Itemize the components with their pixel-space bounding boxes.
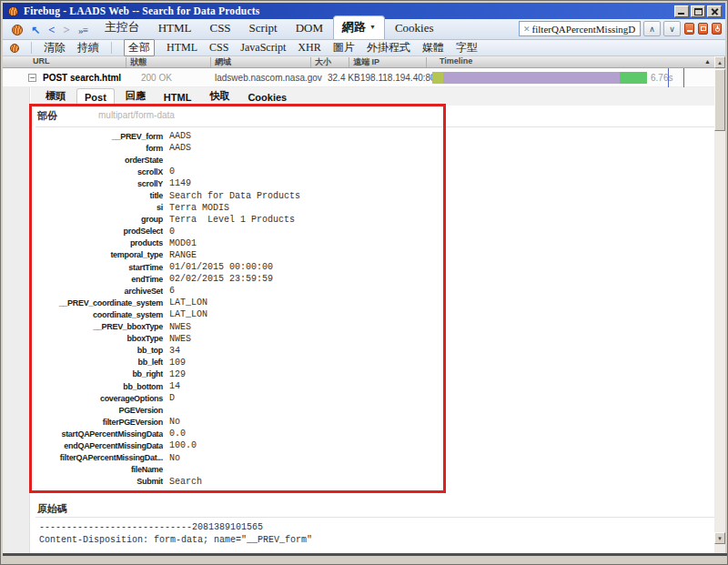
filter-all[interactable]: 全部 [124,39,155,56]
toolbar-separator [111,42,112,54]
detail-tab-headers[interactable]: 標頭 [38,87,73,106]
vertical-scrollbar[interactable]: ▲ ▼ [714,56,725,553]
tab-network[interactable]: 網路 ▼ [333,15,385,39]
request-detail-panel: 標頭 Post 回應 HTML 快取 Cookies 部份 multipart/… [3,87,716,553]
filter-html[interactable]: HTML [167,41,197,55]
firebug-window: Firebug - LAADS Web -- Search for Data P… [0,0,728,565]
sort-asc-icon[interactable]: ▲ [704,58,711,65]
toolbar-separator [31,42,32,54]
red-highlight-box [29,104,446,493]
net-filter-toolbar: 清除 持續 全部 HTML CSS JavaScript XHR 圖片 外掛程式… [3,40,725,56]
filter-fonts[interactable]: 字型 [456,40,478,55]
tab-dom[interactable]: DOM [288,18,331,39]
source-line [39,546,312,553]
request-size: 32.4 KB [328,73,360,83]
chevron-down-icon: ▼ [369,24,376,31]
tab-css[interactable]: CSS [201,18,238,39]
tab-script[interactable]: Script [241,18,286,39]
detail-tab-response[interactable]: 回應 [118,87,153,106]
collapse-expander-icon[interactable]: − [28,74,36,82]
domcontentloaded-marker [668,68,669,87]
filter-javascript[interactable]: JavaScript [240,41,286,55]
find-previous-button[interactable]: ∧ [643,21,661,36]
col-domain[interactable]: 網域 [215,56,231,68]
raw-source: ----------------------------208138910156… [39,521,312,553]
find-next-button[interactable]: ∨ [663,21,681,36]
filter-media[interactable]: 媒體 [422,40,444,55]
left-gutter [3,87,30,553]
maximize-button[interactable] [691,5,705,17]
forward-icon[interactable]: > [63,25,69,35]
back-icon[interactable]: < [48,25,55,35]
main-toolbar: ↖ < > »≡ 主控台 HTML CSS Script DOM 網路 ▼ Co… [3,19,725,40]
firebug-minimize-button[interactable] [684,23,694,35]
timeline-receive-segment [443,72,620,84]
timeline-done-segment [620,72,647,84]
window-bottom-edge [3,556,727,564]
request-method-url: POST search.html [43,73,121,83]
scrollbar-thumb[interactable] [714,69,725,131]
firebug-app-icon [8,6,18,16]
col-remote-ip[interactable]: 遠端 IP [353,56,379,68]
firebug-menu-icon[interactable] [12,25,23,35]
maximize-icon [694,8,703,15]
source-line: ----------------------------208138910156… [39,521,312,534]
col-size[interactable]: 大小 [315,56,331,68]
firebug-minimize-icon [687,30,693,32]
load-marker [683,68,684,87]
col-timeline[interactable]: Timeline [440,56,472,66]
minimize-button[interactable] [674,5,689,17]
firebug-deactivate-button[interactable] [712,23,722,35]
persist-button[interactable]: 持續 [77,40,99,55]
scroll-down-icon[interactable]: ▼ [714,532,725,544]
request-remote-ip: 198.118.194.40:80 [360,73,436,83]
request-status: 200 OK [141,73,172,83]
panel-list-icon[interactable]: »≡ [78,25,87,35]
clear-button[interactable]: 清除 [44,40,66,55]
panel-tabs: 主控台 HTML CSS Script DOM 網路 ▼ Cookies [96,15,442,39]
firebug-detach-icon [701,26,706,31]
firebug-detach-button[interactable] [698,23,708,35]
filter-plugins[interactable]: 外掛程式 [367,40,410,55]
col-status[interactable]: 狀態 [130,56,147,68]
search-input[interactable] [532,24,638,35]
col-url[interactable]: URL [33,56,50,66]
timeline-wait-segment [432,72,443,84]
minimize-icon [678,13,684,15]
source-section-label: 原始碼 [37,502,67,516]
timeline-bar [432,72,647,84]
filter-css[interactable]: CSS [209,41,228,55]
firebug-mini-icon [10,44,19,53]
filter-xhr[interactable]: XHR [298,41,320,55]
tab-cookies[interactable]: Cookies [387,18,442,39]
filter-images[interactable]: 圖片 [333,40,355,55]
request-row[interactable]: − POST search.html 200 OK ladsweb.nascom… [3,68,716,87]
source-line: Content-Disposition: form-data; name="__… [39,534,312,547]
tab-html[interactable]: HTML [150,18,200,39]
detail-tabs: 標頭 Post 回應 HTML 快取 Cookies [31,87,716,106]
separator-line [35,517,715,518]
tab-console[interactable]: 主控台 [96,16,148,39]
detail-tab-cache[interactable]: 快取 [202,87,237,106]
scroll-up-icon[interactable]: ▲ [714,56,725,68]
search-clear-icon[interactable]: ✕ [523,25,531,34]
search-box: ✕ [519,21,641,36]
net-table-header: URL 狀態 網域 大小 遠端 IP Timeline ▲ [3,56,716,68]
request-duration: 6.76s [651,73,672,83]
close-button[interactable] [707,5,722,17]
request-domain: ladsweb.nascom.nasa.gov [215,73,322,83]
inspect-icon[interactable]: ↖ [31,25,40,35]
